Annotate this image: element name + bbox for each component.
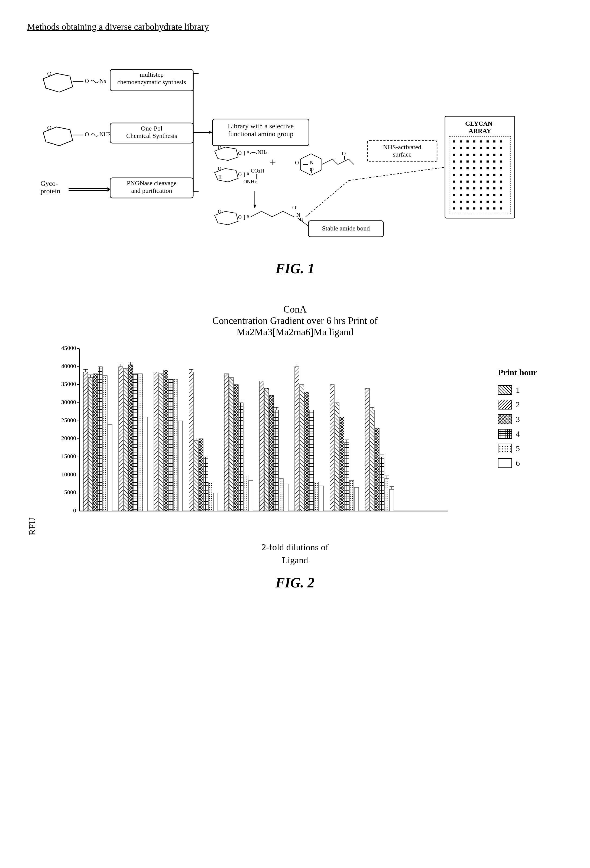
svg-rect-219	[133, 374, 138, 511]
svg-rect-259	[309, 410, 314, 511]
y-axis-label: RFU	[27, 346, 37, 536]
svg-text:]: ]	[244, 150, 245, 156]
svg-rect-72	[480, 140, 482, 142]
svg-rect-101	[460, 167, 462, 169]
svg-rect-88	[480, 154, 482, 156]
svg-text:10000: 10000	[61, 471, 76, 478]
svg-text:NHS-activated: NHS-activated	[383, 143, 421, 151]
svg-rect-272	[365, 388, 370, 511]
svg-line-55	[322, 159, 333, 165]
svg-rect-134	[466, 194, 469, 196]
svg-text:functional amino group: functional amino group	[228, 130, 293, 138]
svg-rect-228	[189, 372, 194, 511]
svg-text:Stable amide bond: Stable amide bond	[322, 225, 370, 232]
svg-text:25000: 25000	[61, 417, 76, 424]
svg-text:NH₂: NH₂	[257, 149, 268, 155]
svg-text:Chemical Synthesis: Chemical Synthesis	[126, 132, 177, 139]
svg-rect-74	[493, 140, 495, 142]
svg-rect-106	[493, 167, 495, 169]
svg-rect-84	[453, 154, 455, 156]
legend-item-1: 1	[498, 385, 563, 395]
svg-rect-276	[375, 428, 379, 511]
svg-rect-75	[500, 140, 502, 142]
svg-rect-146	[493, 194, 495, 196]
svg-rect-153	[486, 207, 489, 210]
svg-text:O: O	[244, 179, 247, 185]
svg-rect-260	[314, 482, 319, 511]
svg-rect-99	[500, 161, 502, 163]
chart-container: RFU	[27, 346, 563, 536]
fig2-title-line2: Concentration Gradient over 6 hrs Print …	[27, 315, 563, 326]
svg-rect-116	[453, 181, 455, 183]
svg-text:N: N	[310, 159, 313, 165]
svg-marker-31	[209, 131, 213, 134]
svg-rect-83	[500, 147, 502, 149]
svg-rect-263	[335, 403, 339, 511]
svg-rect-86	[466, 154, 469, 156]
fig1-section: Methods obtaining a diverse carbohydrate…	[27, 22, 563, 276]
svg-rect-109	[460, 174, 462, 176]
svg-rect-277	[380, 457, 384, 511]
svg-rect-210	[103, 376, 107, 511]
svg-rect-280	[384, 478, 389, 511]
svg-rect-105	[486, 167, 489, 169]
svg-text:protein: protein	[40, 187, 60, 195]
fig2-xlabel-line2: Ligand	[27, 554, 563, 567]
svg-rect-248	[269, 396, 274, 511]
svg-rect-121	[486, 181, 489, 183]
svg-rect-227	[178, 421, 183, 511]
fig2-xlabel: 2-fold dilutions of Ligand	[27, 541, 563, 567]
svg-text:O: O	[218, 145, 221, 151]
svg-rect-273	[370, 410, 374, 511]
molecule-nhr: O O NHR	[43, 125, 112, 146]
svg-text:O: O	[47, 71, 52, 77]
svg-rect-80	[480, 147, 482, 149]
svg-rect-107	[500, 167, 502, 169]
svg-text:]: ]	[244, 172, 245, 177]
legend-item-6: 6	[498, 458, 563, 468]
svg-rect-143	[473, 201, 475, 203]
svg-text:O: O	[238, 214, 242, 220]
svg-rect-220	[138, 374, 142, 511]
svg-rect-131	[500, 187, 502, 189]
svg-rect-133	[460, 194, 462, 196]
svg-rect-237	[213, 493, 218, 511]
svg-rect-234	[199, 439, 203, 511]
svg-rect-221	[143, 417, 147, 511]
svg-rect-152	[480, 207, 482, 210]
svg-rect-246	[260, 381, 264, 511]
legend-item-5: 5	[498, 444, 563, 453]
svg-rect-140	[453, 201, 455, 203]
svg-text:CO₂H: CO₂H	[251, 168, 265, 174]
svg-rect-87	[473, 154, 475, 156]
svg-rect-240	[234, 385, 238, 511]
svg-text:45000: 45000	[61, 346, 76, 351]
svg-text:multistep: multistep	[140, 71, 164, 78]
svg-rect-78	[466, 147, 469, 149]
svg-rect-117	[460, 181, 462, 183]
page: Methods obtaining a diverse carbohydrate…	[0, 0, 590, 868]
svg-text:One-Pol: One-Pol	[141, 125, 162, 132]
chart-svg: 0 5000 10000 15000 20000 25000	[51, 346, 487, 536]
svg-rect-119	[473, 181, 475, 183]
svg-text:O: O	[218, 166, 221, 171]
svg-marker-157	[254, 205, 256, 209]
svg-rect-115	[500, 174, 502, 176]
svg-text:n: n	[247, 171, 249, 176]
svg-rect-236	[208, 482, 213, 511]
svg-text:n: n	[247, 214, 249, 218]
legend-label-5: 5	[516, 444, 520, 453]
svg-text:5000: 5000	[64, 489, 76, 496]
svg-text:20000: 20000	[61, 435, 76, 441]
svg-rect-231	[194, 441, 198, 511]
svg-rect-216	[129, 365, 133, 511]
svg-rect-150	[466, 207, 469, 210]
svg-rect-266	[340, 417, 344, 511]
svg-rect-142	[466, 201, 469, 203]
svg-rect-261	[319, 486, 324, 511]
svg-rect-267	[345, 443, 349, 511]
svg-rect-92	[453, 161, 455, 163]
svg-line-166	[306, 181, 349, 217]
chart-area: 0 5000 10000 15000 20000 25000	[51, 346, 487, 536]
legend-label-2: 2	[516, 400, 520, 409]
